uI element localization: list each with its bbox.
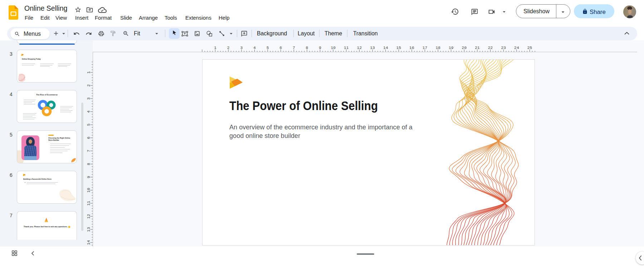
svg-text:6: 6: [279, 46, 282, 50]
svg-text:10: 10: [87, 188, 91, 193]
svg-text:16: 16: [409, 46, 414, 50]
svg-text:9: 9: [319, 46, 321, 50]
svg-text:23: 23: [501, 46, 506, 50]
svg-text:2: 2: [227, 46, 230, 50]
svg-text:8: 8: [306, 46, 308, 50]
svg-text:5: 5: [87, 123, 91, 126]
svg-text:22: 22: [488, 46, 493, 50]
svg-text:4: 4: [253, 46, 256, 50]
svg-text:25: 25: [527, 46, 532, 50]
svg-text:24: 24: [514, 46, 519, 50]
svg-text:2: 2: [87, 84, 91, 87]
svg-text:4: 4: [87, 110, 91, 113]
svg-text:3: 3: [240, 46, 243, 50]
svg-text:1: 1: [214, 46, 216, 50]
svg-text:7: 7: [293, 46, 295, 50]
svg-text:13: 13: [370, 46, 375, 50]
svg-text:17: 17: [423, 46, 428, 50]
svg-text:15: 15: [396, 46, 401, 50]
svg-text:14: 14: [383, 46, 388, 50]
svg-text:21: 21: [475, 46, 480, 50]
svg-text:5: 5: [267, 46, 269, 50]
svg-text:9: 9: [87, 176, 91, 178]
svg-text:10: 10: [331, 46, 336, 50]
svg-text:20: 20: [462, 46, 467, 50]
svg-text:18: 18: [435, 46, 440, 50]
svg-text:11: 11: [87, 201, 91, 206]
svg-text:3: 3: [87, 97, 91, 100]
svg-text:12: 12: [87, 214, 91, 219]
svg-text:7: 7: [87, 150, 91, 152]
svg-text:11: 11: [344, 46, 349, 50]
svg-text:12: 12: [357, 46, 362, 50]
svg-text:8: 8: [87, 163, 91, 165]
svg-text:13: 13: [87, 227, 91, 232]
svg-text:1: 1: [87, 71, 91, 74]
svg-text:14: 14: [87, 240, 91, 245]
svg-text:6: 6: [87, 137, 91, 139]
svg-text:19: 19: [449, 46, 454, 50]
